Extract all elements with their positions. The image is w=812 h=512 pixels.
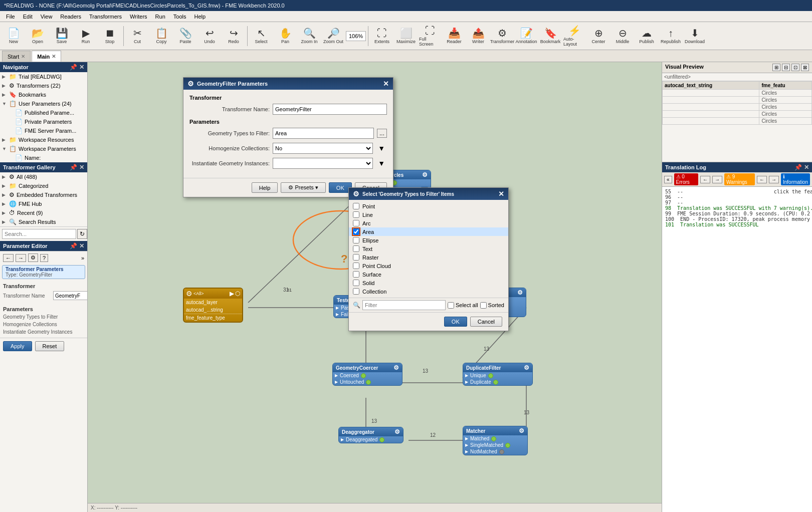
log-collapse[interactable]: «	[664, 176, 672, 183]
toolbar-btn-writer[interactable]: 📤Writer	[467, 24, 490, 49]
gf-name-input[interactable]	[273, 104, 387, 115]
nav-item-fmeserverparam[interactable]: 📄FME Server Param...	[0, 126, 87, 135]
cb-input-area[interactable]	[353, 228, 359, 235]
toolbar-btn-pan[interactable]: ✋Pan	[274, 24, 297, 49]
log-pin[interactable]: 📌	[794, 164, 802, 171]
checkbox-surface[interactable]: Surface	[349, 270, 508, 279]
gf-homogenize-dropdown[interactable]: ▼	[376, 144, 387, 152]
menu-item-transformers[interactable]: Transformers	[85, 13, 126, 21]
cb-input-text[interactable]	[353, 245, 359, 252]
nav-item-workspaceparameters[interactable]: ▼📋Workspace Parameters	[0, 144, 87, 153]
checkbox-solid[interactable]: Solid	[349, 279, 508, 287]
transformer-name-field[interactable]	[53, 291, 87, 300]
pe-back-btn[interactable]: ←	[3, 254, 14, 262]
checkbox-raster[interactable]: Raster	[349, 253, 508, 262]
tab-main[interactable]: Main✕	[32, 51, 61, 62]
tg-item-embeddedtransformers[interactable]: ▶⚙Embedded Transformers	[0, 190, 87, 199]
toolbar-btn-new[interactable]: 📄New	[2, 24, 25, 49]
gf-geometry-input[interactable]	[273, 128, 374, 139]
menu-item-edit[interactable]: Edit	[19, 13, 37, 21]
gf-instantiate-select[interactable]	[273, 158, 373, 169]
menu-item-writers[interactable]: Writers	[126, 13, 151, 21]
gf-homogenize-select[interactable]: No Yes	[273, 143, 373, 154]
toolbar-btn-download[interactable]: ⬇Download	[683, 24, 706, 49]
cb-input-line[interactable]	[353, 211, 359, 218]
menu-item-file[interactable]: File	[2, 13, 19, 21]
cb-input-surface[interactable]	[353, 271, 359, 278]
toolbar-btn-fullscreen[interactable]: ⛶Full Screen	[419, 24, 442, 49]
navigator-close[interactable]: ✕	[79, 64, 84, 71]
toolbar-btn-undo[interactable]: ↩Undo	[198, 24, 221, 49]
cb-input-raster[interactable]	[353, 254, 359, 261]
geometry-coercer-node[interactable]: GeometryCoercer ⚙ ▶ Coerced ▶ Untouched	[332, 363, 402, 386]
toolbar-btn-reader[interactable]: 📥Reader	[443, 24, 466, 49]
toolbar-btn-middle[interactable]: ⊖Middle	[611, 24, 634, 49]
menu-item-run[interactable]: Run	[151, 13, 169, 21]
cb-input-arc[interactable]	[353, 220, 359, 226]
checkbox-text[interactable]: Text	[349, 244, 508, 253]
toolbar-btn-maximize[interactable]: ⬜Maximize	[394, 24, 418, 49]
nav-item-bookmarks[interactable]: ▶🔖Bookmarks	[0, 90, 87, 99]
sg-sorted-checkbox[interactable]	[480, 302, 487, 309]
pe-pin[interactable]: 📌	[70, 242, 77, 249]
nav-item-trialrealdwg[interactable]: ▶📁Trial [REALDWG]	[0, 72, 87, 81]
vp-btn2[interactable]: ⊟	[782, 64, 790, 71]
search-refresh-button[interactable]: ↻	[77, 229, 87, 239]
tg-item-fmehub[interactable]: ▶🌐FME Hub	[0, 199, 87, 208]
toolbar-btn-zoom-in[interactable]: 🔍Zoom In	[298, 24, 321, 49]
tab-close-main[interactable]: ✕	[52, 54, 56, 59]
log-prev-warn[interactable]: ←	[757, 176, 767, 183]
tg-item-all488[interactable]: ▶⚙All (488)	[0, 172, 87, 181]
gf-geometry-browse[interactable]: ...	[377, 129, 387, 138]
toolbar-btn-stop[interactable]: ⏹Stop	[98, 24, 121, 49]
menu-item-readers[interactable]: Readers	[56, 13, 85, 21]
canvas-area[interactable]: 31 14 13 13 13 13 12 13 ⚙ <All> ▶ ⬡ auto…	[88, 62, 662, 512]
log-close[interactable]: ✕	[804, 164, 809, 171]
tg-item-searchresults[interactable]: ▶🔍Search Results	[0, 217, 87, 226]
log-next-warn[interactable]: →	[769, 176, 779, 183]
pe-close[interactable]: ✕	[79, 242, 84, 249]
tab-close-start[interactable]: ✕	[21, 54, 25, 59]
tg-item-recent9[interactable]: ▶⏱Recent (9)	[0, 208, 87, 217]
toolbar-btn-publish[interactable]: ☁Publish	[635, 24, 658, 49]
sg-cancel-btn[interactable]: Cancel	[470, 317, 502, 327]
checkbox-point[interactable]: Point	[349, 202, 508, 210]
cb-input-point[interactable]	[353, 203, 359, 209]
toolbar-btn-open[interactable]: 📂Open	[26, 24, 49, 49]
nav-item-transformers22[interactable]: ▶⚙Transformers (22)	[0, 81, 87, 90]
gf-instantiate-dropdown[interactable]: ▼	[376, 159, 387, 167]
toolbar-btn-autolayout[interactable]: ⚡Auto-Layout	[563, 24, 586, 49]
cb-input-solid[interactable]	[353, 280, 359, 286]
toolbar-btn-center[interactable]: ⊕Center	[587, 24, 610, 49]
toolbar-btn-paste[interactable]: 📎Paste	[174, 24, 197, 49]
checkbox-collection[interactable]: Collection	[349, 287, 508, 296]
tg-item-categorized[interactable]: ▶📁Categorized	[0, 181, 87, 190]
toolbar-btn-transformer[interactable]: ⚙Transformer	[491, 24, 514, 49]
vp-btn4[interactable]: ⊠	[801, 64, 809, 71]
log-next-error[interactable]: →	[712, 176, 722, 183]
pe-expand-btn[interactable]: »	[81, 255, 84, 261]
matcher-node[interactable]: Matcher ⚙ ▶ Matched ▶ SingleMatched ▶ No…	[463, 426, 528, 455]
reset-button[interactable]: Reset	[35, 341, 65, 351]
cb-input-point cloud[interactable]	[353, 263, 359, 269]
nav-item-workspaceresources[interactable]: ▶📁Workspace Resources	[0, 135, 87, 144]
toolbar-btn-cut[interactable]: ✂Cut	[126, 24, 149, 49]
sg-dialog-close[interactable]: ✕	[498, 190, 504, 197]
nav-item-userparameters24[interactable]: ▼📋User Parameters (24)	[0, 99, 87, 108]
cb-input-collection[interactable]	[353, 288, 359, 295]
sg-filter-input[interactable]	[362, 300, 446, 310]
log-prev-error[interactable]: ←	[700, 176, 710, 183]
toolbar-btn-copy[interactable]: 📋Copy	[150, 24, 173, 49]
tab-start[interactable]: Start✕	[2, 51, 31, 62]
zoom-input[interactable]	[346, 31, 366, 41]
nav-item-publishedparame[interactable]: 📄Published Parame...	[0, 108, 87, 117]
toolbar-btn-bookmark[interactable]: 🔖Bookmark	[539, 24, 562, 49]
source-node[interactable]: ⚙ <All> ▶ ⬡ autocad_layer autocad_...str…	[183, 288, 243, 323]
menu-item-help[interactable]: Help	[190, 13, 210, 21]
sg-select-all-checkbox[interactable]	[448, 302, 454, 309]
toolbar-btn-select[interactable]: ↖Select	[250, 24, 273, 49]
apply-button[interactable]: Apply	[3, 341, 32, 351]
pe-forward-btn[interactable]: →	[16, 254, 26, 262]
vp-btn1[interactable]: ⊞	[772, 64, 780, 71]
cb-input-ellipse[interactable]	[353, 237, 359, 243]
